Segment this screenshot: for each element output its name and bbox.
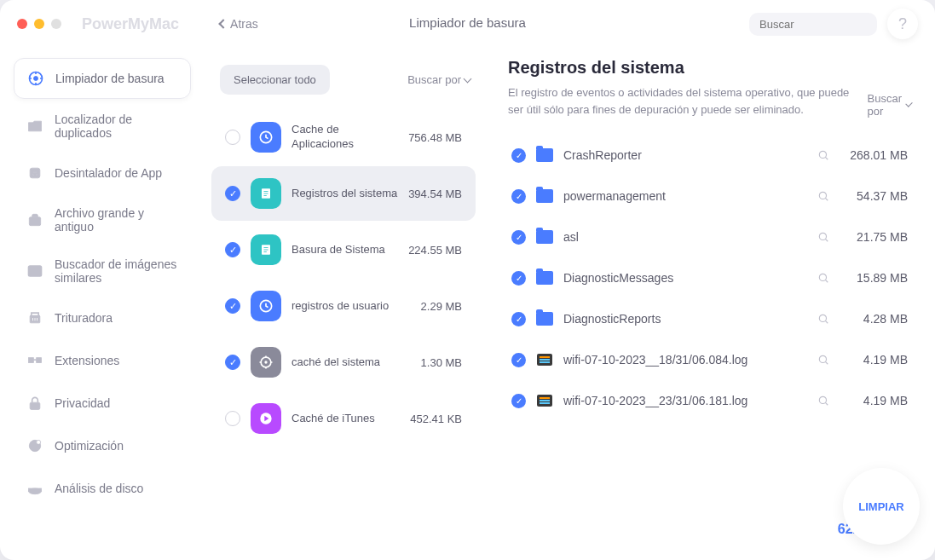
help-button[interactable]: ?: [887, 9, 918, 39]
category-item[interactable]: caché del sistema 1.30 MB: [211, 335, 476, 390]
svg-point-35: [264, 361, 267, 363]
folder-icon: [536, 189, 553, 203]
search-box[interactable]: [749, 13, 877, 36]
detail-header-row: El registro de eventos o actividades del…: [508, 84, 911, 121]
sidebar-item-large-old-files[interactable]: Archivo grande y antiguo: [14, 196, 191, 244]
svg-point-45: [819, 315, 826, 321]
file-item[interactable]: CrashReporter 268.01 MB: [508, 135, 911, 176]
category-checkbox[interactable]: [225, 298, 240, 314]
reveal-icon[interactable]: [817, 354, 829, 366]
svg-line-42: [825, 239, 828, 241]
sidebar-item-similar-images[interactable]: Buscador de imágenes similares: [14, 247, 191, 295]
reveal-icon[interactable]: [817, 190, 829, 202]
category-checkbox[interactable]: [225, 130, 240, 145]
file-item[interactable]: asl 21.75 MB: [508, 216, 911, 257]
detail-title: Registros del sistema: [508, 58, 911, 78]
shredder-icon: [26, 309, 44, 327]
category-checkbox[interactable]: [225, 186, 240, 201]
back-label: Atras: [230, 17, 258, 31]
file-size: 15.89 MB: [840, 271, 908, 285]
file-size: 21.75 MB: [840, 230, 908, 244]
sidebar-item-junk-cleaner[interactable]: Limpiador de basura: [14, 58, 191, 99]
category-list[interactable]: Cache de Aplicaciones 756.48 MB Registro…: [205, 101, 486, 488]
svg-rect-17: [29, 358, 34, 363]
file-checkbox[interactable]: [511, 148, 526, 163]
reveal-icon[interactable]: [817, 231, 829, 243]
file-checkbox[interactable]: [511, 189, 526, 204]
log-file-icon: [537, 395, 552, 407]
file-size: 268.01 MB: [840, 148, 908, 162]
chevron-down-icon: [905, 100, 913, 107]
reveal-icon[interactable]: [817, 395, 829, 407]
main-content: Limpiador de basuraLocalizador de duplic…: [0, 48, 935, 499]
select-all-button[interactable]: Seleccionar todo: [220, 65, 330, 95]
similar-images-icon: [26, 262, 44, 280]
file-checkbox[interactable]: [511, 271, 526, 286]
category-checkbox[interactable]: [225, 355, 240, 370]
optimization-icon: [26, 436, 44, 455]
category-item[interactable]: registros de usuario 2.29 MB: [211, 279, 476, 333]
file-name: wifi-07-10-2023__18/31/06.084.log: [563, 353, 807, 367]
file-checkbox[interactable]: [511, 353, 526, 367]
file-item[interactable]: DiagnosticReports 4.28 MB: [508, 298, 911, 339]
sidebar-item-duplicate-finder[interactable]: Localizador de duplicados: [14, 102, 191, 150]
reveal-icon[interactable]: [817, 313, 829, 325]
category-label: Cache de Aplicaciones: [291, 123, 398, 152]
sort-label: Buscar por: [407, 73, 461, 86]
file-item[interactable]: wifi-07-10-2023__18/31/06.084.log 4.19 M…: [508, 339, 911, 380]
back-button[interactable]: Atras: [220, 17, 258, 31]
category-label: caché del sistema: [291, 355, 411, 370]
folder-icon: [536, 230, 553, 244]
sort-label: Buscar por: [868, 92, 903, 118]
svg-point-21: [37, 440, 41, 444]
svg-line-48: [825, 361, 828, 364]
sidebar-item-label: Análisis de disco: [55, 482, 143, 495]
category-checkbox[interactable]: [225, 242, 240, 257]
sidebar-item-privacy[interactable]: Privacidad: [14, 384, 191, 423]
folder-icon: [536, 312, 553, 326]
disk-analysis-icon: [26, 479, 44, 498]
detail-sort-button[interactable]: Buscar por: [868, 92, 911, 118]
clean-button[interactable]: LIMPIAR: [843, 468, 920, 545]
sidebar-item-extensions[interactable]: Extensiones: [14, 341, 191, 380]
footer: 622.69 MB: [0, 499, 935, 560]
svg-point-37: [819, 151, 826, 158]
close-window-button[interactable]: [17, 19, 27, 29]
sidebar-item-label: Localizador de duplicados: [55, 113, 179, 140]
file-name: DiagnosticReports: [563, 312, 807, 326]
category-item[interactable]: Registros del sistema 394.54 MB: [211, 166, 476, 221]
file-list[interactable]: CrashReporter 268.01 MB powermanagement …: [508, 121, 911, 488]
category-item[interactable]: Caché de iTunes 452.41 KB: [211, 391, 476, 446]
category-header: Seleccionar todo Buscar por: [205, 58, 486, 101]
chevron-down-icon: [464, 74, 472, 83]
category-item[interactable]: Cache de Aplicaciones 756.48 MB: [211, 110, 476, 165]
category-checkbox[interactable]: [225, 411, 240, 426]
category-panel: Seleccionar todo Buscar por Cache de Apl…: [205, 48, 493, 499]
sidebar-item-label: Privacidad: [55, 396, 110, 410]
reveal-icon[interactable]: [817, 272, 829, 284]
sidebar-item-label: Desintalador de App: [55, 166, 162, 180]
category-sort-button[interactable]: Buscar por: [407, 73, 470, 86]
svg-point-41: [819, 233, 826, 240]
file-checkbox[interactable]: [511, 230, 526, 245]
category-size: 1.30 MB: [421, 356, 462, 369]
category-item[interactable]: Basura de Sistema 224.55 MB: [211, 222, 476, 277]
file-checkbox[interactable]: [511, 394, 526, 408]
large-old-files-icon: [26, 211, 44, 229]
category-label: registros de usuario: [291, 299, 411, 314]
minimize-window-button[interactable]: [34, 19, 44, 29]
file-item[interactable]: DiagnosticMessages 15.89 MB: [508, 257, 911, 298]
file-item[interactable]: powermanagement 54.37 MB: [508, 176, 911, 216]
category-icon: [251, 291, 281, 321]
sidebar-item-app-uninstaller[interactable]: ADesintalador de App: [14, 153, 191, 193]
reveal-icon[interactable]: [817, 149, 829, 161]
sidebar-item-disk-analysis[interactable]: Análisis de disco: [14, 469, 191, 499]
svg-point-47: [819, 355, 826, 362]
maximize-window-button[interactable]: [51, 19, 61, 29]
sidebar-item-shredder[interactable]: Trituradora: [14, 298, 191, 338]
sidebar-item-optimization[interactable]: Optimización: [14, 426, 191, 465]
file-checkbox[interactable]: [511, 312, 526, 326]
search-input[interactable]: [759, 18, 903, 31]
chevron-left-icon: [218, 19, 228, 28]
file-item[interactable]: wifi-07-10-2023__23/31/06.181.log 4.19 M…: [508, 380, 911, 421]
